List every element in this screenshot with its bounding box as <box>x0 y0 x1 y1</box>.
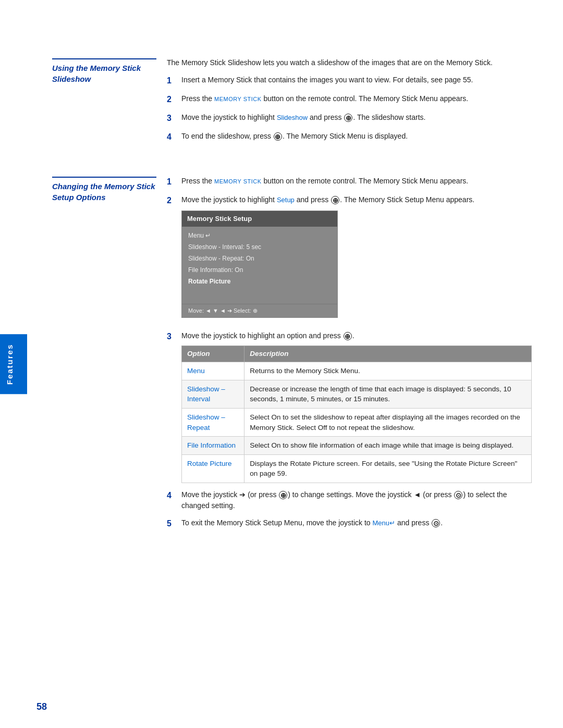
table-row: Rotate Picture Displays the Rotate Pictu… <box>182 454 532 483</box>
description-cell: Returns to the Memory Stick Menu. <box>244 362 532 380</box>
memory-stick-link-1: MEMORY STICK <box>214 96 262 102</box>
menu-item-menu: Menu ↵ <box>188 230 331 241</box>
list-item: 2 Press the MEMORY STICK button on the r… <box>167 93 532 106</box>
section-intro: The Memory Stick Slideshow lets you watc… <box>167 57 532 68</box>
option-cell: Rotate Picture <box>182 454 244 483</box>
list-item: 1 Press the MEMORY STICK button on the r… <box>167 176 532 188</box>
section-title-col-1: Using the Memory Stick Slideshow <box>52 57 167 150</box>
features-tab: Features <box>0 334 27 394</box>
main-content: Using the Memory Stick Slideshow The Mem… <box>36 31 563 697</box>
circle-plus-icon-5: ⊕ <box>279 491 287 499</box>
option-cell: File Information <box>182 437 244 455</box>
list-item: 4 Move the joystick ➔ (or press ⊕) to ch… <box>167 489 532 511</box>
description-cell: Select On to set the slideshow to repeat… <box>244 408 532 436</box>
memory-stick-link-2: MEMORY STICK <box>214 178 262 184</box>
circle-plus-icon-7: ⊙ <box>432 519 440 527</box>
description-cell: Decrease or increase the length of time … <box>244 380 532 408</box>
list-item: 2 Move the joystick to highlight Setup a… <box>167 194 532 324</box>
menu-box-body: Menu ↵ Slideshow - Interval: 5 sec Slide… <box>182 227 337 304</box>
menu-item-file-info: File Information: On <box>188 264 331 276</box>
setup-steps: 1 Press the MEMORY STICK button on the r… <box>167 176 532 530</box>
slideshow-link: Slideshow <box>277 114 308 121</box>
section-using-slideshow: Using the Memory Stick Slideshow The Mem… <box>52 57 532 155</box>
table-row: File Information Select On to show file … <box>182 437 532 455</box>
list-item: 3 Move the joystick to highlight an opti… <box>167 330 532 483</box>
list-item: 1 Insert a Memory Stick that contains th… <box>167 75 532 87</box>
options-table: Option Description Menu <box>181 346 532 483</box>
table-header-description: Description <box>244 346 532 362</box>
slideshow-steps: 1 Insert a Memory Stick that contains th… <box>167 75 532 143</box>
circle-plus-icon: ⊕ <box>344 114 352 122</box>
list-item: 4 To end the slideshow, press ⊕. The Mem… <box>167 131 532 143</box>
sidebar: Features <box>0 0 47 728</box>
section-content-2: 1 Press the MEMORY STICK button on the r… <box>167 176 532 536</box>
section-content-1: The Memory Stick Slideshow lets you watc… <box>167 57 532 150</box>
menu-item-interval: Slideshow - Interval: 5 sec <box>188 241 331 253</box>
menu-item-repeat: Slideshow - Repeat: On <box>188 253 331 264</box>
option-cell: Slideshow – Interval <box>182 380 244 408</box>
circle-plus-icon-4: ⊕ <box>344 332 352 340</box>
menu-item-rotate: Rotate Picture <box>188 276 331 287</box>
list-item: 5 To exit the Memory Stick Setup Menu, m… <box>167 517 532 530</box>
option-cell: Menu <box>182 362 244 380</box>
table-row: Menu Returns to the Memory Stick Menu. <box>182 362 532 380</box>
menu-back-link: Menu↵ <box>372 519 395 527</box>
page-container: Features Using the Memory Stick Slidesho… <box>0 0 563 728</box>
option-cell: Slideshow – Repeat <box>182 408 244 436</box>
menu-box-header: Memory Stick Setup <box>182 211 337 227</box>
circle-plus-icon-6: ⊙ <box>454 491 462 499</box>
features-label: Features <box>5 343 14 385</box>
section-title-using-slideshow: Using the Memory Stick Slideshow <box>52 58 156 84</box>
table-row: Slideshow – Repeat Select On to set the … <box>182 408 532 436</box>
section-title-col-2: Changing the Memory Stick Setup Options <box>52 176 167 536</box>
circle-plus-icon-2: ⊕ <box>274 132 282 141</box>
setup-link: Setup <box>277 196 295 204</box>
section-changing-setup: Changing the Memory Stick Setup Options … <box>52 176 532 541</box>
table-header-option: Option <box>182 346 244 362</box>
list-item: 3 Move the joystick to highlight Slidesh… <box>167 112 532 125</box>
memory-stick-setup-menu: Memory Stick Setup Menu ↵ Slideshow - In… <box>181 211 338 318</box>
description-cell: Select On to show file information of ea… <box>244 437 532 455</box>
menu-box-footer: Move: ◄ ▼ ◄ ➔ Select: ⊕ <box>182 304 337 318</box>
section-title-changing-setup: Changing the Memory Stick Setup Options <box>52 177 156 203</box>
circle-plus-icon-3: ⊕ <box>331 196 339 204</box>
table-row: Slideshow – Interval Decrease or increas… <box>182 380 532 408</box>
page-number: 58 <box>36 701 47 712</box>
description-cell: Displays the Rotate Picture screen. For … <box>244 454 532 483</box>
